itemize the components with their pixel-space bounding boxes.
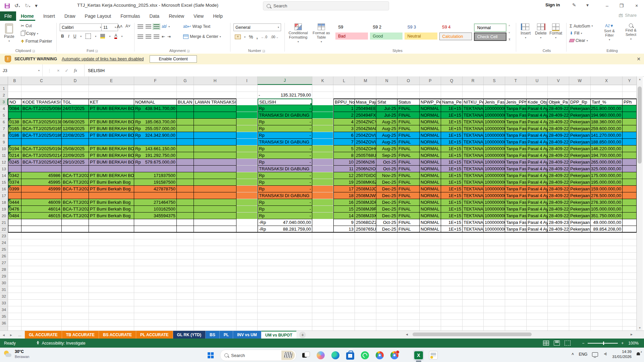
cell-R22[interactable]: TEKTANA bbox=[463, 226, 484, 233]
cell-M18[interactable]: 2508MJDP bbox=[355, 199, 376, 206]
cell-E26[interactable] bbox=[89, 253, 134, 259]
cell-W37[interactable] bbox=[569, 326, 591, 330]
cell-V21[interactable]: 28-409-23 bbox=[548, 219, 569, 226]
cell-V11[interactable]: 28-409-22 bbox=[548, 152, 569, 159]
row-header-33[interactable]: 33 bbox=[0, 300, 8, 306]
cell-J11[interactable]: Rp- bbox=[258, 152, 312, 159]
cell-M5[interactable]: 250494FXX bbox=[355, 112, 376, 119]
cell-W33[interactable] bbox=[569, 300, 591, 306]
cell-M19[interactable]: 2508MJ9R bbox=[355, 206, 376, 213]
cell-W34[interactable] bbox=[569, 306, 591, 313]
cell-O37[interactable] bbox=[397, 326, 420, 330]
cell-E4[interactable]: PT BUMI BERKAH BOG bbox=[89, 105, 134, 112]
row-header-14[interactable]: 14 bbox=[0, 172, 8, 179]
orientation-icon[interactable]: ab̸ bbox=[162, 24, 166, 29]
cell-I30[interactable] bbox=[236, 280, 258, 286]
cell-M2[interactable] bbox=[355, 92, 376, 99]
cell-W26[interactable] bbox=[569, 253, 591, 259]
align-right-icon[interactable] bbox=[154, 35, 159, 39]
column-header-F[interactable]: F bbox=[134, 76, 177, 85]
row-header-21[interactable]: 21 bbox=[0, 219, 8, 226]
font-color-button[interactable]: A bbox=[114, 34, 117, 39]
cell-style-normal[interactable]: Normal bbox=[474, 23, 506, 32]
add-sheet-icon[interactable]: + bbox=[299, 331, 306, 338]
cell-L11[interactable]: 8 bbox=[333, 152, 355, 159]
cell-C31[interactable] bbox=[21, 286, 62, 293]
cell-B21[interactable] bbox=[8, 219, 21, 226]
cell-V19[interactable]: 28-409-22 bbox=[548, 206, 569, 213]
cell-M10[interactable]: 2504ZOHH bbox=[355, 145, 376, 152]
row-header-24[interactable]: 24 bbox=[0, 239, 8, 246]
cell-J1[interactable] bbox=[258, 85, 312, 92]
cell-E20[interactable]: PT Bumi Berkah Bog bbox=[89, 213, 134, 219]
row-header-9[interactable]: 9 bbox=[0, 139, 8, 145]
cell-P7[interactable]: NORMAL bbox=[420, 125, 441, 132]
align-center-icon[interactable] bbox=[146, 35, 151, 39]
cell-X33[interactable] bbox=[591, 300, 623, 306]
cell-T1[interactable] bbox=[505, 85, 527, 92]
cell-I12[interactable] bbox=[236, 159, 258, 166]
cell-L9[interactable]: 7 bbox=[333, 139, 355, 145]
cell-C4[interactable]: BCA-TTJ/2025/0084 bbox=[21, 105, 62, 112]
cell-L33[interactable] bbox=[333, 300, 355, 306]
cell-I1[interactable] bbox=[236, 85, 258, 92]
conditional-formatting-button[interactable]: Conditional Formatting▾ bbox=[287, 23, 309, 43]
cell-style-s9[interactable]: S9 bbox=[335, 23, 368, 31]
cell-M29[interactable] bbox=[355, 273, 376, 280]
cell-P17[interactable]: NORMAL bbox=[420, 192, 441, 199]
cell-B37[interactable] bbox=[8, 326, 21, 330]
cell-C19[interactable]: 46014 bbox=[21, 206, 62, 213]
cell-X23[interactable] bbox=[591, 233, 623, 239]
cell-W36[interactable] bbox=[569, 320, 591, 326]
cell-T9[interactable]: Tanpa Fas bbox=[505, 139, 527, 145]
cell-T13[interactable]: Tanpa Fas bbox=[505, 166, 527, 172]
cell-P18[interactable]: NORMAL bbox=[420, 199, 441, 206]
cell-V3[interactable]: Objek_Pa bbox=[548, 99, 569, 105]
cell-L12[interactable]: 10 bbox=[333, 159, 355, 166]
cell-R20[interactable]: TEKTANA bbox=[463, 213, 484, 219]
cell-I20[interactable] bbox=[236, 213, 258, 219]
cell-Y22[interactable] bbox=[623, 226, 637, 233]
tab-page-layout[interactable]: Page Layout bbox=[80, 11, 116, 21]
cell-I37[interactable] bbox=[236, 326, 258, 330]
cell-P28[interactable] bbox=[420, 266, 441, 273]
cell-S24[interactable] bbox=[484, 239, 505, 246]
cell-Y36[interactable] bbox=[623, 320, 637, 326]
cell-U21[interactable]: Pasal 4 Ay bbox=[527, 219, 548, 226]
cell-Q13[interactable]: 1E+15 bbox=[441, 166, 463, 172]
cell-W30[interactable] bbox=[569, 280, 591, 286]
cell-U5[interactable]: Pasal 4 Ay bbox=[527, 112, 548, 119]
cell-W20[interactable]: Pekerjaan bbox=[569, 213, 591, 219]
cell-S22[interactable]: 100000000 bbox=[484, 226, 505, 233]
cell-H21[interactable] bbox=[194, 219, 236, 226]
cell-K28[interactable] bbox=[312, 266, 333, 273]
cell-E35[interactable] bbox=[89, 313, 134, 320]
cell-X26[interactable] bbox=[591, 253, 623, 259]
vertical-scroll-thumb[interactable] bbox=[638, 86, 642, 164]
cell-V6[interactable]: 28-409-22 bbox=[548, 119, 569, 125]
cell-D10[interactable]: 25/08/2025 bbox=[62, 145, 89, 152]
row-header-16[interactable]: 16 bbox=[0, 186, 8, 192]
cell-Q29[interactable] bbox=[441, 273, 463, 280]
cell-M15[interactable]: 2508MK6Z bbox=[355, 179, 376, 186]
tab-draw[interactable]: Draw bbox=[60, 11, 80, 21]
column-header-R[interactable]: R bbox=[463, 76, 484, 85]
cell-O3[interactable]: Status bbox=[397, 99, 420, 105]
cell-K9[interactable] bbox=[312, 139, 333, 145]
cell-Q32[interactable] bbox=[441, 293, 463, 300]
cell-V26[interactable] bbox=[548, 253, 569, 259]
cell-P32[interactable] bbox=[420, 293, 441, 300]
column-header-D[interactable]: D bbox=[62, 76, 89, 85]
decrease-decimal-icon[interactable]: .00→ bbox=[271, 35, 279, 39]
cell-M6[interactable]: 2504ZNCY bbox=[355, 119, 376, 125]
column-header-B[interactable]: B bbox=[8, 76, 21, 85]
cell-X36[interactable] bbox=[591, 320, 623, 326]
cell-U3[interactable]: Kode_Obj bbox=[527, 99, 548, 105]
row-header-37[interactable] bbox=[0, 326, 8, 330]
cell-M16[interactable]: 2508MJJC bbox=[355, 186, 376, 192]
cell-L22[interactable]: 13 bbox=[333, 226, 355, 233]
cell-H28[interactable] bbox=[194, 266, 236, 273]
cell-J22[interactable]: -Rp88.281.759,00 bbox=[258, 226, 312, 233]
cell-K36[interactable] bbox=[312, 320, 333, 326]
cell-T20[interactable]: Tanpa Fas bbox=[505, 213, 527, 219]
